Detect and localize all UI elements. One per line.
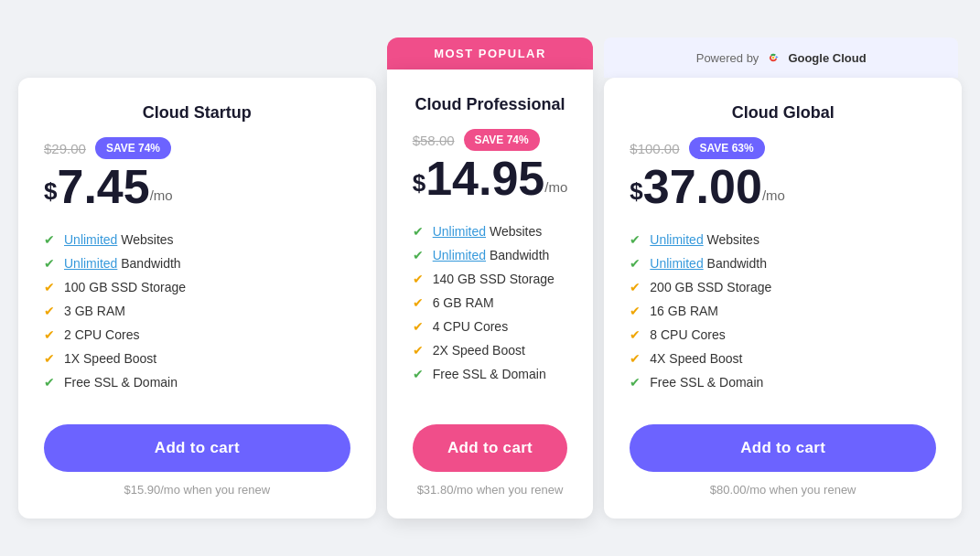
check-icon-global-4: ✔ xyxy=(630,327,641,342)
features-list-professional: ✔Unlimited Websites ✔Unlimited Bandwidth… xyxy=(413,224,568,399)
feature-startup-3: ✔3 GB RAM xyxy=(44,304,350,318)
feature-pro-5: ✔2X Speed Boost xyxy=(413,343,568,358)
price-dollar-professional: $ xyxy=(413,171,425,195)
save-badge-professional: SAVE 74% xyxy=(464,129,540,151)
plan-name-startup: Cloud Startup xyxy=(44,103,350,123)
features-list-global: ✔Unlimited Websites ✔Unlimited Bandwidth… xyxy=(630,232,936,399)
check-icon-pro-0: ✔ xyxy=(413,224,424,239)
check-icon-pro-2: ✔ xyxy=(413,272,424,286)
check-icon-pro-4: ✔ xyxy=(413,319,424,334)
feature-global-2: ✔200 GB SSD Storage xyxy=(630,280,936,294)
plan-name-global: Cloud Global xyxy=(630,103,936,123)
popular-badge: MOST POPULAR xyxy=(387,37,594,70)
google-cloud-icon xyxy=(764,48,782,67)
check-icon-global-6: ✔ xyxy=(630,375,641,390)
price-row-global: $100.00 SAVE 63% xyxy=(630,137,936,159)
feature-pro-6: ✔Free SSL & Domain xyxy=(413,367,568,381)
price-period-startup: /mo xyxy=(150,187,173,203)
add-to-cart-professional[interactable]: Add to cart xyxy=(413,424,568,472)
feature-pro-1: ✔Unlimited Bandwidth xyxy=(413,248,568,262)
plan-professional-wrapper: MOST POPULAR Cloud Professional $58.00 S… xyxy=(380,37,601,519)
feature-startup-0: ✔Unlimited Websites xyxy=(44,232,350,247)
price-main-professional: $ 14.95 /mo xyxy=(413,155,568,202)
plan-name-professional: Cloud Professional xyxy=(413,95,568,114)
check-icon-global-5: ✔ xyxy=(630,351,641,366)
feature-global-1: ✔Unlimited Bandwidth xyxy=(630,256,936,271)
feature-pro-4: ✔4 CPU Cores xyxy=(413,319,568,334)
price-period-professional: /mo xyxy=(544,179,567,195)
plan-startup-wrapper: Cloud Startup $29.00 SAVE 74% $ 7.45 /mo… xyxy=(18,37,380,519)
price-period-global: /mo xyxy=(762,187,785,203)
price-row-professional: $58.00 SAVE 74% xyxy=(413,129,568,151)
price-dollar-global: $ xyxy=(630,179,642,203)
feature-startup-1: ✔Unlimited Bandwidth xyxy=(44,256,350,271)
check-icon-0: ✔ xyxy=(44,232,55,247)
feature-pro-2: ✔140 GB SSD Storage xyxy=(413,272,568,286)
renew-price-global: $80.00/mo when you renew xyxy=(630,483,936,497)
plan-card-startup: Cloud Startup $29.00 SAVE 74% $ 7.45 /mo… xyxy=(18,78,376,519)
check-icon-global-1: ✔ xyxy=(630,256,641,271)
check-icon-pro-6: ✔ xyxy=(413,367,424,381)
check-icon-1: ✔ xyxy=(44,256,55,271)
renew-price-startup: $15.90/mo when you renew xyxy=(44,483,350,497)
price-amount-global: 37.00 xyxy=(643,163,762,210)
check-icon-global-0: ✔ xyxy=(630,232,641,247)
original-price-global: $100.00 xyxy=(630,141,679,156)
price-dollar-startup: $ xyxy=(44,179,57,203)
pricing-container: Cloud Startup $29.00 SAVE 74% $ 7.45 /mo… xyxy=(18,37,962,519)
feature-global-4: ✔8 CPU Cores xyxy=(630,327,936,342)
feature-global-5: ✔4X Speed Boost xyxy=(630,351,936,366)
feature-global-6: ✔Free SSL & Domain xyxy=(630,375,936,390)
google-cloud-name: Google Cloud xyxy=(788,51,866,65)
feature-global-3: ✔16 GB RAM xyxy=(630,304,936,318)
check-icon-pro-5: ✔ xyxy=(413,343,424,358)
check-icon-6: ✔ xyxy=(44,375,55,390)
renew-price-professional: $31.80/mo when you renew xyxy=(413,483,568,497)
feature-startup-5: ✔1X Speed Boost xyxy=(44,351,350,366)
feature-pro-3: ✔6 GB RAM xyxy=(413,295,568,310)
feature-startup-6: ✔Free SSL & Domain xyxy=(44,375,350,390)
check-icon-global-3: ✔ xyxy=(630,304,641,318)
add-to-cart-startup[interactable]: Add to cart xyxy=(44,424,350,472)
check-icon-pro-3: ✔ xyxy=(413,295,424,310)
original-price-startup: $29.00 xyxy=(44,141,86,156)
plan-card-global: Cloud Global $100.00 SAVE 63% $ 37.00 /m… xyxy=(604,78,962,519)
price-amount-startup: 7.45 xyxy=(57,163,149,210)
check-icon-2: ✔ xyxy=(44,280,55,294)
plan-card-professional: Cloud Professional $58.00 SAVE 74% $ 14.… xyxy=(387,70,594,519)
feature-startup-4: ✔2 CPU Cores xyxy=(44,327,350,342)
check-icon-5: ✔ xyxy=(44,351,55,366)
feature-pro-0: ✔Unlimited Websites xyxy=(413,224,568,239)
check-icon-global-2: ✔ xyxy=(630,280,641,294)
save-badge-startup: SAVE 74% xyxy=(95,137,171,159)
add-to-cart-global[interactable]: Add to cart xyxy=(630,424,936,472)
powered-by-label: Powered by xyxy=(696,51,759,65)
svg-point-0 xyxy=(772,57,775,59)
check-icon-pro-1: ✔ xyxy=(413,248,424,262)
google-cloud-badge: Powered by Google Cloud xyxy=(604,37,958,78)
save-badge-global: SAVE 63% xyxy=(689,137,765,159)
check-icon-4: ✔ xyxy=(44,327,55,342)
price-main-startup: $ 7.45 /mo xyxy=(44,163,350,210)
feature-global-0: ✔Unlimited Websites xyxy=(630,232,936,247)
original-price-professional: $58.00 xyxy=(413,133,455,148)
price-main-global: $ 37.00 /mo xyxy=(630,163,936,210)
features-list-startup: ✔Unlimited Websites ✔Unlimited Bandwidth… xyxy=(44,232,350,399)
plan-global-wrapper: Powered by Google Cloud Cloud Global $10… xyxy=(600,37,962,519)
price-amount-professional: 14.95 xyxy=(425,155,544,202)
price-row-startup: $29.00 SAVE 74% xyxy=(44,137,350,159)
check-icon-3: ✔ xyxy=(44,304,55,318)
feature-startup-2: ✔100 GB SSD Storage xyxy=(44,280,350,294)
